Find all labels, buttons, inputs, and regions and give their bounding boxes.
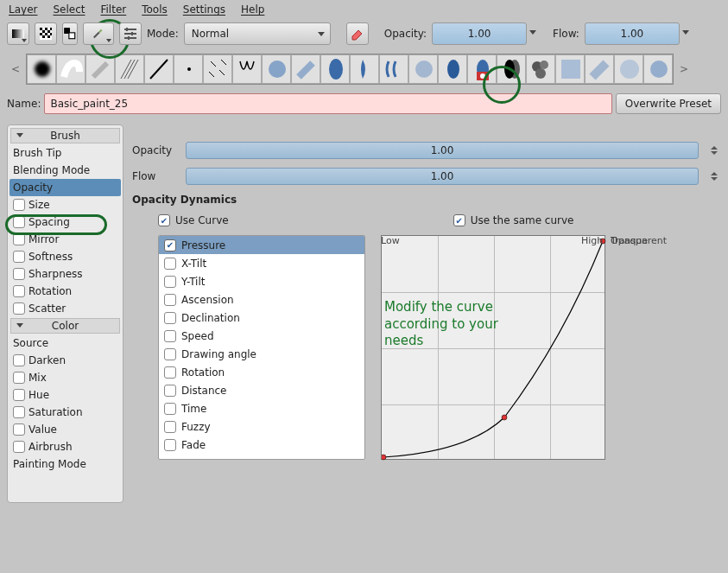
sidebar-item-scatter[interactable]: Scatter xyxy=(9,300,121,317)
sidebar-item-brush-tip[interactable]: Brush Tip xyxy=(9,144,121,162)
menu-filter[interactable]: Filter xyxy=(101,3,127,16)
sidebar-item-spacing[interactable]: Spacing xyxy=(9,213,121,231)
preset-thumb[interactable] xyxy=(291,54,320,84)
svg-line-28 xyxy=(209,72,214,77)
svg-rect-11 xyxy=(47,35,50,38)
dynamics-item-distance[interactable]: Distance xyxy=(159,381,364,399)
eraser-button[interactable] xyxy=(346,22,369,45)
preset-thumb[interactable] xyxy=(56,54,85,84)
dynamics-item-fuzzy[interactable]: Fuzzy xyxy=(159,417,364,436)
use-same-curve-checkbox[interactable]: Use the same curve xyxy=(453,214,574,226)
curve-transparent-label: Transparent xyxy=(611,235,667,246)
preset-thumb[interactable] xyxy=(643,54,673,84)
menu-tools[interactable]: Tools xyxy=(142,3,168,16)
svg-rect-17 xyxy=(126,28,128,31)
gradient-tool-button[interactable] xyxy=(7,22,29,45)
opacity-spinner[interactable]: 1.00 xyxy=(432,22,527,45)
color-swap-button[interactable] xyxy=(62,22,78,45)
preset-thumb[interactable] xyxy=(526,54,555,84)
svg-point-31 xyxy=(329,59,343,80)
preset-thumb[interactable] xyxy=(438,54,467,84)
mode-select[interactable]: Normal xyxy=(184,22,331,45)
sidebar-painting-mode[interactable]: Painting Mode xyxy=(9,455,121,473)
preset-thumb[interactable] xyxy=(614,54,643,84)
preset-thumb[interactable] xyxy=(85,54,115,84)
sidebar-brush-head[interactable]: Brush xyxy=(10,128,120,143)
menu-layer[interactable]: Layer xyxy=(9,3,37,16)
preset-thumb[interactable] xyxy=(27,54,56,84)
opacity-label: Opacity: xyxy=(384,28,427,40)
curve-high-label: High xyxy=(581,235,603,246)
dynamics-item-rotation[interactable]: Rotation xyxy=(159,363,364,381)
sidebar-item-darken[interactable]: Darken xyxy=(9,352,121,369)
brush-tool-button[interactable] xyxy=(83,22,114,45)
flow-spinner[interactable]: 1.00 xyxy=(585,22,680,45)
use-curve-checkbox[interactable]: Use Curve xyxy=(158,214,229,226)
preset-next[interactable]: > xyxy=(675,63,693,75)
preset-thumb[interactable] xyxy=(408,54,438,84)
preset-thumb[interactable] xyxy=(203,54,232,84)
preset-thumb[interactable] xyxy=(115,54,144,84)
sidebar-item-value[interactable]: Value xyxy=(9,421,121,438)
dynamics-sensor-list[interactable]: PressureX-TiltY-TiltAscensionDeclination… xyxy=(158,235,365,460)
flow-slider-label: Flow xyxy=(132,170,175,182)
dynamics-item-pressure[interactable]: Pressure xyxy=(159,236,364,254)
preset-thumb[interactable] xyxy=(144,54,174,84)
preset-thumb[interactable] xyxy=(174,54,203,84)
sidebar-item-blending-mode[interactable]: Blending Mode xyxy=(9,162,121,179)
preset-thumb[interactable] xyxy=(467,54,497,84)
svg-rect-2 xyxy=(40,28,42,30)
pattern-tool-button[interactable] xyxy=(35,22,57,45)
dynamics-item-drawing-angle[interactable]: Drawing angle xyxy=(159,345,364,363)
sidebar-item-source[interactable]: Source xyxy=(9,334,121,352)
preset-prev[interactable]: < xyxy=(7,63,24,75)
dynamics-item-time[interactable]: Time xyxy=(159,399,364,417)
overwrite-preset-button[interactable]: Overwrite Preset xyxy=(616,93,721,114)
svg-line-27 xyxy=(221,60,226,65)
preset-thumb[interactable] xyxy=(262,54,291,84)
dynamics-item-speed[interactable]: Speed xyxy=(159,327,364,345)
menu-settings[interactable]: Settings xyxy=(183,3,225,16)
sidebar-item-hue[interactable]: Hue xyxy=(9,386,121,404)
sidebar-item-opacity[interactable]: Opacity xyxy=(9,179,121,196)
sidebar-item-airbrush[interactable]: Airbrush xyxy=(9,438,121,455)
svg-point-32 xyxy=(415,60,433,78)
dynamics-item-y-tilt[interactable]: Y-Tilt xyxy=(159,272,364,290)
dynamics-item-fade[interactable]: Fade xyxy=(159,436,364,454)
svg-rect-42 xyxy=(561,60,580,79)
brush-preset-strip: < > xyxy=(0,48,728,90)
flow-slider[interactable]: 1.00 xyxy=(186,168,699,185)
preset-thumbs xyxy=(26,54,674,85)
svg-line-29 xyxy=(219,70,225,75)
menu-select[interactable]: Select xyxy=(53,3,85,16)
svg-point-40 xyxy=(540,60,548,69)
svg-rect-0 xyxy=(12,29,24,38)
sidebar-color-head[interactable]: Color xyxy=(10,318,120,334)
sidebar-item-mirror[interactable]: Mirror xyxy=(9,231,121,248)
svg-rect-8 xyxy=(45,33,47,35)
sidebar-item-size[interactable]: Size xyxy=(9,196,121,213)
preset-thumb[interactable] xyxy=(379,54,408,84)
preset-thumb[interactable] xyxy=(350,54,379,84)
dynamics-item-ascension[interactable]: Ascension xyxy=(159,290,364,309)
svg-rect-18 xyxy=(131,32,133,35)
dynamics-item-declination[interactable]: Declination xyxy=(159,309,364,327)
preset-thumb[interactable] xyxy=(497,54,526,84)
svg-rect-4 xyxy=(50,28,52,30)
preset-thumb[interactable] xyxy=(555,54,585,84)
preset-name-input[interactable] xyxy=(44,93,611,114)
sidebar-item-rotation[interactable]: Rotation xyxy=(9,283,121,300)
menu-help[interactable]: Help xyxy=(241,3,264,16)
sidebar-item-softness[interactable]: Softness xyxy=(9,248,121,265)
sidebar-item-mix[interactable]: Mix xyxy=(9,369,121,386)
dynamics-item-x-tilt[interactable]: X-Tilt xyxy=(159,254,364,272)
sidebar-item-saturation[interactable]: Saturation xyxy=(9,404,121,421)
preset-thumb[interactable] xyxy=(320,54,350,84)
settings-tool-button[interactable] xyxy=(119,22,142,45)
opacity-slider[interactable]: 1.00 xyxy=(186,142,699,159)
preset-thumb[interactable] xyxy=(585,54,614,84)
svg-point-33 xyxy=(447,60,459,79)
sidebar-item-sharpness[interactable]: Sharpness xyxy=(9,265,121,283)
curve-annotation: Modify the curve according to your needs xyxy=(384,299,498,350)
preset-thumb[interactable] xyxy=(232,54,262,84)
